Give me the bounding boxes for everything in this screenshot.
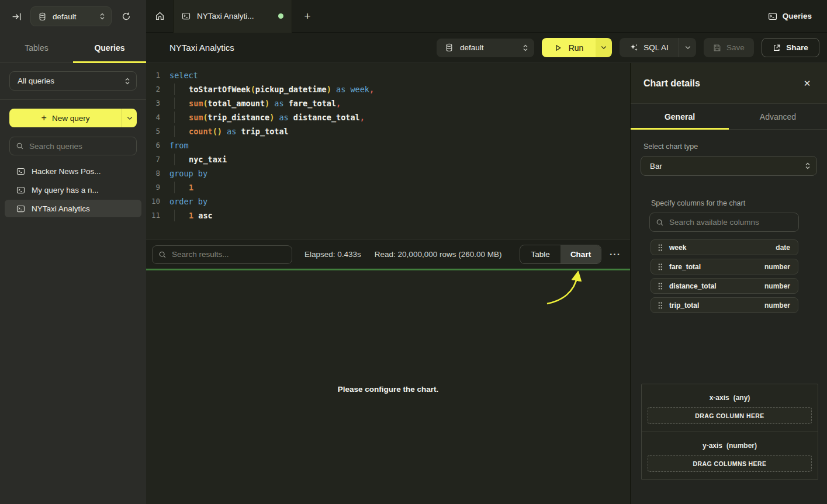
query-item-label: NYTaxi Analytics (32, 204, 90, 213)
new-query-button[interactable]: + New query (9, 109, 137, 127)
collapse-sidebar-icon (12, 12, 22, 22)
top-bar: default NYTax (0, 0, 827, 33)
chart-view-button[interactable]: Chart (560, 245, 601, 263)
drag-handle-icon (658, 244, 663, 252)
table-view-button[interactable]: Table (520, 245, 560, 263)
sidebar-tabs: Tables Queries (0, 33, 146, 63)
results-search-input[interactable] (172, 250, 286, 259)
results-more-button[interactable]: ··· (610, 249, 621, 260)
tab-general[interactable]: General (631, 104, 729, 129)
chevron-down-icon (685, 46, 691, 50)
chart-type-value: Bar (650, 162, 805, 171)
new-tab-button[interactable]: + (296, 5, 319, 28)
chart-details-tabs: General Advanced (631, 104, 827, 130)
topbar-database-selector[interactable]: default (30, 6, 112, 26)
query-item-label: My query has a n... (32, 186, 99, 194)
share-button[interactable]: Share (762, 38, 819, 57)
code-line: 1select (146, 68, 630, 82)
refresh-button[interactable] (117, 7, 136, 26)
y-axis-label: y-axis (703, 442, 722, 450)
query-list-item[interactable]: My query has a n... (5, 181, 141, 199)
query-filter-select[interactable]: All queries (9, 71, 137, 91)
database-icon (38, 12, 47, 21)
column-chip[interactable]: trip_total number (650, 297, 798, 313)
column-name: fare_total (669, 263, 764, 271)
column-name: week (669, 244, 776, 252)
code-line: 7nyc_taxi (146, 152, 630, 166)
query-list-item[interactable]: Hacker News Pos... (5, 162, 141, 180)
search-icon (16, 142, 24, 150)
run-database-selector[interactable]: default (437, 39, 534, 57)
top-bar-tabs: NYTaxi Analyti... + Queries (146, 0, 827, 33)
sql-ai-button[interactable]: SQL AI (620, 43, 679, 52)
run-button[interactable]: Run (542, 38, 596, 57)
run-database-value: default (460, 43, 523, 52)
line-number: 4 (146, 110, 169, 124)
chevron-updown-icon (124, 77, 130, 85)
code-line: 4sum(trip_distance) as distance_total, (146, 110, 630, 124)
column-type: number (764, 301, 790, 310)
rows-read-stat: Read: 20,000,000 rows (260.00 MB) (375, 250, 502, 259)
refresh-icon (122, 12, 131, 21)
home-button[interactable] (146, 0, 173, 33)
query-tab-icon (182, 12, 191, 20)
column-type: date (776, 244, 790, 252)
queries-nav-label: Queries (783, 12, 812, 20)
new-query-label: New query (52, 114, 90, 123)
chart-details-header: Chart details ✕ (631, 63, 827, 104)
chart-empty-message: Please configure the chart. (146, 385, 630, 394)
collapse-sidebar-button[interactable] (7, 7, 26, 26)
new-query-main[interactable]: + New query (9, 109, 122, 127)
x-axis-type: (any) (733, 394, 750, 402)
columns-section-label: Specify columns for the chart (651, 199, 827, 207)
sql-ai-dropdown-button[interactable] (679, 38, 696, 57)
sql-ai-label: SQL AI (643, 43, 668, 52)
x-axis-title: x-axis(any) (642, 394, 818, 402)
elapsed-time: Elapsed: 0.433s (304, 250, 361, 259)
query-icon (16, 204, 25, 213)
tab-advanced[interactable]: Advanced (729, 104, 827, 129)
column-chip[interactable]: distance_total number (650, 278, 798, 294)
query-item-label: Hacker News Pos... (32, 167, 101, 176)
queries-nav-button[interactable]: Queries (768, 12, 812, 21)
query-list-item[interactable]: NYTaxi Analytics (5, 200, 141, 217)
code-text: sum(trip_distance) as distance_total, (169, 110, 365, 124)
code-text: 1 asc (169, 208, 213, 223)
columns-search-input[interactable] (669, 218, 793, 227)
sidebar-tab-queries[interactable]: Queries (73, 33, 146, 62)
run-options-button[interactable] (596, 38, 612, 57)
chart-type-select[interactable]: Bar (641, 156, 817, 176)
share-icon (773, 44, 781, 52)
save-button[interactable]: Save (704, 38, 754, 57)
sql-editor[interactable]: 1select2toStartOfWeek(pickup_datetime) a… (146, 63, 630, 239)
x-axis-label: x-axis (710, 394, 729, 402)
y-axis-type: (number) (726, 442, 757, 450)
query-search-input[interactable] (29, 142, 130, 151)
x-axis-drop-zone[interactable]: DRAG COLUMN HERE (648, 407, 812, 424)
code-text: 1 (169, 180, 193, 194)
code-text: order by (169, 194, 207, 208)
close-panel-button[interactable]: ✕ (800, 77, 814, 91)
query-toolbar: NYTaxi Analytics default (146, 33, 827, 63)
y-axis-drop-zone[interactable]: DRAG COLUMNS HERE (648, 455, 812, 472)
chevron-updown-icon (805, 162, 811, 170)
line-number: 1 (146, 68, 169, 82)
unsaved-changes-dot (278, 13, 283, 19)
annotation-arrow-icon (545, 271, 582, 307)
column-chip[interactable]: fare_total number (650, 259, 798, 274)
indent-guide (174, 112, 175, 123)
column-name: distance_total (669, 282, 764, 290)
tab-nytaxi-analytics[interactable]: NYTaxi Analyti... (173, 0, 292, 33)
sidebar-body: All queries + New query (0, 63, 146, 155)
new-query-dropdown-button[interactable] (122, 109, 137, 127)
column-chip[interactable]: week date (650, 239, 798, 255)
line-number: 3 (146, 96, 169, 110)
line-number: 8 (146, 166, 169, 180)
query-icon (16, 167, 25, 176)
tab-title: NYTaxi Analyti... (197, 12, 278, 20)
column-type: number (764, 263, 790, 271)
column-chip-list: week date fare_total number distance_tot… (650, 239, 798, 313)
save-label: Save (726, 43, 745, 52)
sidebar-tab-tables[interactable]: Tables (0, 33, 73, 62)
line-number: 10 (146, 194, 169, 208)
